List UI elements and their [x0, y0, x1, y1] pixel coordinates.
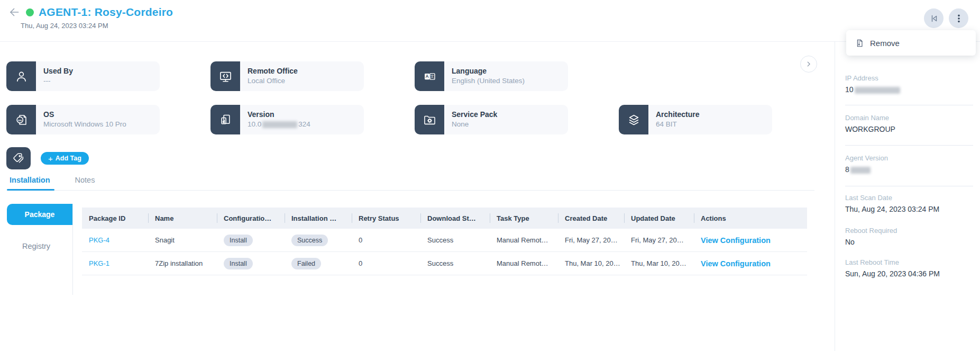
column-header-actions: Actions: [694, 208, 807, 229]
card-label: OS: [43, 110, 155, 120]
sidebar-item-registry[interactable]: Registry: [0, 242, 72, 250]
card-service-pack: Service Pack None: [415, 105, 568, 134]
cell-name: Snagit: [148, 236, 217, 244]
card-value: None: [452, 120, 564, 129]
tag-icon: [12, 151, 25, 165]
installation-status-badge: Success: [291, 235, 328, 246]
card-label: Used By: [43, 66, 155, 76]
svg-text:os: os: [18, 118, 22, 121]
view-configuration-link[interactable]: View Configuration: [701, 259, 771, 268]
card-label: Architecture: [656, 110, 768, 120]
column-header-name: Name: [148, 208, 217, 229]
detail-value: WORKGROUP: [845, 125, 969, 133]
installation-status-badge: Failed: [291, 258, 321, 269]
kebab-menu-icon: [954, 14, 964, 23]
detail-label: IP Address: [845, 74, 969, 82]
cell-retry-status: 0: [352, 259, 420, 267]
detail-item-ip-address: IP Address 10: [845, 74, 969, 94]
back-button[interactable]: [7, 5, 21, 19]
redacted-ip: [855, 87, 900, 94]
cell-created-date: Thu, Mar 10, 20…: [558, 259, 624, 267]
info-cards-row-2: os OS Microsoft Windows 10 Pro Version 1…: [6, 105, 772, 134]
view-configuration-link[interactable]: View Configuration: [701, 236, 771, 245]
online-status-dot: [26, 8, 34, 16]
column-header-installation-status: Installation …: [285, 208, 352, 229]
card-architecture: Architecture 64 BIT: [619, 105, 772, 134]
card-value: 10.0324: [248, 120, 360, 129]
detail-item-agent-version: Agent Version 8: [845, 154, 969, 174]
agent-version-prefix: 8: [845, 165, 849, 174]
user-icon: [6, 61, 36, 91]
active-tab-underline: [7, 189, 54, 191]
card-label: Language: [452, 66, 564, 76]
chevron-right-icon: [805, 60, 812, 68]
table-row: PKG-1 7Zip installation Install Failed 0…: [82, 252, 807, 275]
zip-file-icon: [855, 38, 864, 48]
card-value: English (United States): [452, 76, 564, 86]
detail-label: Reboot Required: [845, 227, 969, 235]
card-used-by: Used By ---: [6, 61, 160, 91]
tab-installation[interactable]: Installation: [10, 176, 50, 184]
expand-panel-button[interactable]: [800, 56, 817, 73]
table-header: Package ID Name Configuratio… Installati…: [82, 208, 807, 229]
skip-back-icon: [929, 13, 939, 24]
card-remote-office: Remote Office Local Office: [210, 61, 364, 91]
menu-item-remove[interactable]: Remove: [870, 39, 900, 48]
cell-task-type: Manual Remot…: [490, 236, 558, 244]
header: AGENT-1: Rosy-Cordeiro: [7, 5, 173, 19]
panel-divider: [845, 186, 973, 186]
detail-value: Sun, Aug 20, 2023 04:36 PM: [845, 269, 969, 278]
detail-item-last-scan-date: Last Scan Date Thu, Aug 24, 2023 03:24 P…: [845, 194, 969, 213]
tab-notes[interactable]: Notes: [75, 176, 95, 184]
detail-value: No: [845, 238, 969, 246]
header-divider: [0, 41, 980, 42]
card-language: A 文 Language English (United States): [415, 61, 568, 91]
cell-updated-date: Fri, May 27, 20…: [624, 236, 694, 244]
tabs-divider: [54, 190, 814, 191]
os-icon: os: [6, 105, 36, 134]
translate-icon: A 文: [415, 61, 444, 91]
add-tag-label: Add Tag: [56, 155, 81, 162]
package-id-link[interactable]: PKG-4: [89, 236, 109, 244]
folder-gear-icon: [415, 105, 444, 134]
cell-task-type: Manual Remot…: [490, 259, 558, 267]
remote-desktop-icon: [210, 61, 240, 91]
add-tag-button[interactable]: + Add Tag: [41, 152, 89, 165]
cell-updated-date: Thu, Mar 10, 20…: [624, 259, 694, 267]
detail-label: Agent Version: [845, 154, 969, 162]
card-label: Version: [248, 110, 360, 120]
card-label: Remote Office: [248, 66, 360, 76]
svg-text:A: A: [425, 74, 428, 79]
detail-item-last-reboot-time: Last Reboot Time Sun, Aug 20, 2023 04:36…: [845, 258, 969, 278]
detail-tabs: Installation Notes: [10, 176, 95, 184]
info-cards-row-1: Used By --- Remote Office Local Office A: [6, 61, 568, 91]
version-suffix: 324: [298, 120, 310, 128]
collapse-panel-button[interactable]: [924, 8, 944, 28]
more-actions-button[interactable]: [949, 8, 968, 28]
column-header-task-type: Task Type: [490, 208, 558, 229]
cell-download-status: Success: [420, 259, 490, 267]
version-icon: [210, 105, 240, 134]
cell-retry-status: 0: [352, 236, 420, 244]
detail-label: Last Reboot Time: [845, 258, 969, 266]
actions-dropdown-menu: Remove: [846, 30, 976, 56]
agent-detail-page: AGENT-1: Rosy-Cordeiro Thu, Aug 24, 2023…: [0, 0, 980, 351]
sidebar-item-package[interactable]: Package: [7, 204, 72, 225]
layers-icon: [619, 105, 648, 134]
column-header-download-status: Download St…: [420, 208, 490, 229]
ip-prefix: 10: [845, 85, 854, 94]
card-os: os OS Microsoft Windows 10 Pro: [6, 105, 160, 134]
detail-value: Thu, Aug 24, 2023 03:24 PM: [845, 205, 969, 213]
detail-label: Domain Name: [845, 114, 969, 122]
cell-name: 7Zip installation: [148, 259, 217, 267]
cell-download-status: Success: [420, 236, 490, 244]
tags-icon-box: [6, 147, 31, 169]
cell-created-date: Fri, May 27, 20…: [558, 236, 624, 244]
redacted-agent-version: [850, 167, 871, 174]
redacted-version: [262, 121, 297, 128]
svg-text:文: 文: [430, 74, 434, 79]
card-value: ---: [43, 76, 155, 86]
detail-value: 8: [845, 165, 969, 174]
plus-icon: +: [48, 154, 53, 163]
package-id-link[interactable]: PKG-1: [89, 259, 109, 267]
